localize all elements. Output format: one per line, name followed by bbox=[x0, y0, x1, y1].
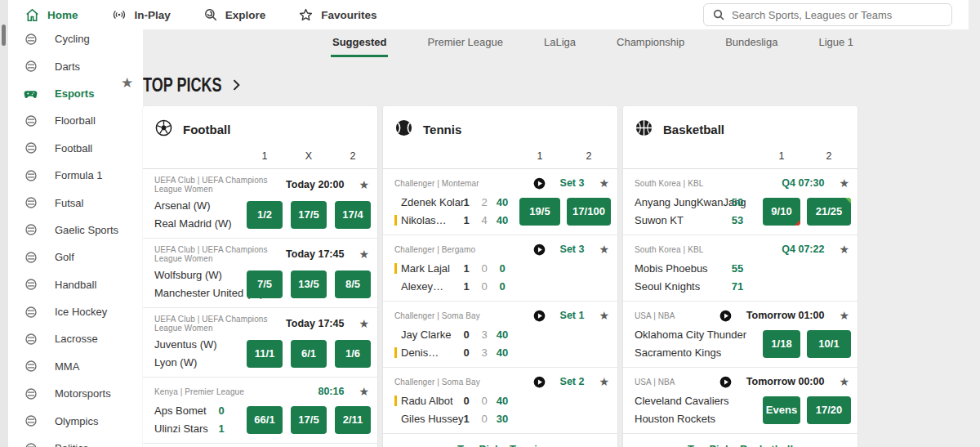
odds-button[interactable]: 1/2 bbox=[247, 201, 283, 229]
favourite-star-icon[interactable]: ★ bbox=[839, 376, 851, 387]
chevron-right-icon[interactable] bbox=[228, 77, 244, 93]
sidebar-item-olympics[interactable]: Olympics bbox=[8, 407, 143, 434]
sidebar-item-lacrosse[interactable]: Lacrosse bbox=[8, 325, 143, 352]
odds-button[interactable]: 19/5 bbox=[519, 198, 560, 226]
page-scrollbar[interactable] bbox=[0, 0, 8, 447]
card-footer-link-basketball[interactable]: Top Picks Basketball bbox=[623, 434, 858, 447]
odds-button[interactable]: 2/11 bbox=[335, 406, 371, 434]
match-live-status: Set 2 bbox=[560, 376, 585, 387]
odds-button[interactable]: 1/18 bbox=[763, 330, 800, 358]
match: Challenger | Soma BaySet 1★Jay ClarkeDen… bbox=[383, 302, 617, 368]
sidebar-item-motorsports[interactable]: Motorsports bbox=[8, 380, 143, 407]
odds-button[interactable]: 9/10 bbox=[763, 198, 800, 226]
search-box[interactable] bbox=[703, 3, 952, 26]
sidebar-item-gaelic-sports[interactable]: Gaelic Sports bbox=[8, 217, 143, 244]
favourite-star-icon[interactable]: ★ bbox=[839, 177, 851, 189]
search-icon bbox=[712, 8, 725, 21]
favourite-star-icon[interactable]: ★ bbox=[599, 177, 611, 189]
nav-item-explore[interactable]: Explore bbox=[203, 7, 266, 22]
sidebar-item-label: Politics bbox=[55, 442, 88, 447]
favourite-star-icon[interactable]: ★ bbox=[839, 244, 851, 255]
search-input[interactable] bbox=[732, 9, 943, 21]
odds-button[interactable]: Evens bbox=[763, 396, 800, 424]
tab-bundesliga[interactable]: Bundesliga bbox=[724, 29, 779, 57]
match-league: Challenger | Soma Bay bbox=[394, 311, 533, 320]
sidebar-item-floorball[interactable]: Floorball bbox=[8, 107, 143, 134]
card-footer-link-tennis[interactable]: Top Picks Tennis bbox=[383, 434, 617, 447]
tab-championship[interactable]: Championship bbox=[615, 29, 686, 57]
top-picks-cards: Football1X2UEFA Club | UEFA Champions Le… bbox=[143, 106, 980, 447]
score-column: 11 bbox=[457, 196, 475, 226]
odds-button[interactable]: 21/25 bbox=[807, 198, 851, 226]
sidebar-item-mma[interactable]: MMA bbox=[8, 353, 143, 380]
score-value: 1 bbox=[457, 413, 475, 425]
golf-icon bbox=[23, 249, 38, 265]
odds-button[interactable]: 17/5 bbox=[291, 201, 327, 229]
odds-button[interactable]: 11/1 bbox=[247, 340, 283, 368]
score-column: 24 bbox=[475, 196, 493, 226]
sidebar-item-cycling[interactable]: Cycling bbox=[8, 29, 143, 52]
odds-button[interactable]: 1/6 bbox=[335, 340, 371, 368]
sidebar-item-futsal[interactable]: Futsal bbox=[8, 189, 143, 216]
nav-item-favourites[interactable]: Favourites bbox=[298, 7, 376, 23]
section-title[interactable]: TOP PICKS bbox=[143, 73, 222, 96]
sidebar-item-formula-1[interactable]: Formula 1 bbox=[8, 162, 143, 189]
team-name-row: Arsenal (W) bbox=[154, 199, 247, 212]
odds-value: 66/1 bbox=[254, 413, 274, 426]
card-footer-link-football[interactable]: Top Picks Football bbox=[143, 444, 377, 447]
team-name: Giles Hussey bbox=[401, 413, 464, 425]
odds-button[interactable]: 17/4 bbox=[335, 201, 371, 229]
scrollbar-thumb[interactable] bbox=[2, 25, 6, 46]
favourite-star-icon[interactable]: ★ bbox=[599, 376, 611, 387]
serving-indicator-placeholder bbox=[394, 281, 397, 292]
favourite-star-icon[interactable]: ★ bbox=[359, 179, 371, 190]
formula-1-icon bbox=[23, 168, 38, 183]
odds-button[interactable]: 17/100 bbox=[567, 198, 611, 226]
odds-button[interactable]: 17/5 bbox=[291, 406, 327, 434]
match-row: Cleveland CavaliersHouston RocketsEvens1… bbox=[635, 395, 851, 425]
odds-button[interactable]: 8/5 bbox=[335, 270, 371, 298]
tab-laliga[interactable]: LaLiga bbox=[542, 29, 577, 57]
odds-button[interactable]: 7/5 bbox=[247, 270, 283, 298]
page-body: CyclingDartsEsportsFloorballFootballForm… bbox=[0, 29, 980, 447]
sidebar-item-golf[interactable]: Golf bbox=[8, 244, 143, 270]
tab-premier-league[interactable]: Premier League bbox=[425, 29, 505, 57]
nav-item-home[interactable]: Home bbox=[24, 7, 78, 23]
sidebar-item-football[interactable]: Football bbox=[8, 135, 143, 162]
odds-button[interactable]: 10/1 bbox=[807, 330, 851, 358]
tab-suggested[interactable]: Suggested bbox=[331, 29, 388, 57]
football-icon bbox=[154, 118, 173, 141]
favourite-star-icon[interactable]: ★ bbox=[359, 386, 371, 397]
sidebar-item-label: Esports bbox=[55, 87, 94, 100]
score-value: 2 bbox=[475, 196, 493, 208]
odds-button[interactable]: 66/1 bbox=[247, 406, 283, 434]
match-league: UEFA Club | UEFA Champions League Women bbox=[154, 245, 286, 263]
odds-column-label: 1 bbox=[519, 150, 560, 162]
odds-buttons: 66/117/52/11 bbox=[247, 406, 371, 434]
favourite-star-icon[interactable]: ★ bbox=[121, 76, 133, 90]
sidebar-item-label: Ice Hockey bbox=[55, 306, 107, 318]
favourite-star-icon[interactable]: ★ bbox=[599, 244, 611, 255]
football-card: Football1X2UEFA Club | UEFA Champions Le… bbox=[143, 106, 377, 447]
odds-button[interactable]: 13/5 bbox=[291, 270, 327, 298]
team-name: Ulinzi Stars bbox=[154, 422, 208, 435]
team-name-row: Sacramento Kings bbox=[635, 346, 763, 359]
tab-ligue-1[interactable]: Ligue 1 bbox=[817, 29, 855, 57]
odds-column-label: 1 bbox=[763, 150, 800, 162]
favourite-star-icon[interactable]: ★ bbox=[599, 310, 611, 321]
team-name: Alexey… bbox=[401, 280, 443, 293]
favourite-star-icon[interactable]: ★ bbox=[839, 310, 851, 321]
favourite-star-icon[interactable]: ★ bbox=[359, 318, 371, 329]
nav-item-in-play[interactable]: In-Play bbox=[111, 7, 171, 22]
team-name: Nikolas… bbox=[401, 214, 447, 226]
favourite-star-icon[interactable]: ★ bbox=[359, 248, 371, 260]
odds-button[interactable]: 17/20 bbox=[807, 396, 851, 424]
sidebar-item-handball[interactable]: Handball bbox=[8, 271, 143, 298]
odds-buttons: 1/217/517/4 bbox=[247, 201, 371, 229]
team-name: Oklahoma City Thunder bbox=[635, 329, 746, 341]
team-name-row: Anyang JungKwanJang bbox=[635, 196, 725, 208]
match-live-status: Set 1 bbox=[560, 310, 585, 321]
odds-button[interactable]: 6/1 bbox=[291, 340, 327, 368]
sidebar-item-politics[interactable]: Politics bbox=[8, 435, 143, 447]
sidebar-item-ice-hockey[interactable]: Ice Hockey bbox=[8, 298, 143, 325]
